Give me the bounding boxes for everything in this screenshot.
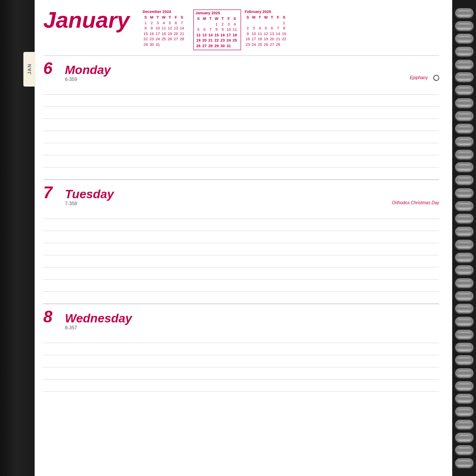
spiral-coil bbox=[455, 72, 473, 82]
month-tab[interactable]: JAN bbox=[23, 52, 35, 87]
line-row[interactable] bbox=[43, 255, 439, 267]
spiral-coil bbox=[455, 433, 473, 442]
spiral-coil bbox=[455, 47, 473, 56]
spiral-coil bbox=[455, 253, 473, 262]
line-row[interactable] bbox=[43, 267, 439, 280]
day-subtext-6: 6-359 bbox=[65, 77, 111, 82]
line-row[interactable] bbox=[43, 95, 439, 107]
day-lines-7[interactable] bbox=[43, 207, 439, 304]
spiral-coil bbox=[455, 458, 473, 468]
spiral-coil bbox=[455, 420, 473, 429]
mini-cal-dec-title: December 2024 bbox=[142, 10, 190, 14]
line-row[interactable] bbox=[43, 131, 439, 143]
spiral-coil bbox=[455, 265, 473, 275]
spiral-coil bbox=[455, 60, 473, 69]
spiral-coil bbox=[455, 201, 473, 211]
line-row[interactable] bbox=[43, 107, 439, 119]
line-row[interactable] bbox=[43, 207, 439, 219]
spiral-coil bbox=[455, 291, 473, 301]
spiral-binding bbox=[452, 0, 476, 476]
spiral-coil bbox=[455, 111, 473, 121]
spiral-coil bbox=[455, 381, 473, 391]
day-section-6: 6 Monday 6-359 Epiphany bbox=[43, 56, 439, 180]
day-name-block-7: Tuesday 7-358 bbox=[65, 188, 114, 206]
spiral-coil bbox=[455, 278, 473, 288]
page-area: January December 2024 SMTWTFS 1234567 89… bbox=[35, 0, 452, 476]
line-row[interactable] bbox=[43, 219, 439, 231]
day-name-block-6: Monday 6-359 bbox=[65, 64, 111, 82]
day-header-6: 6 Monday 6-359 Epiphany bbox=[43, 56, 439, 83]
spiral-coil bbox=[455, 214, 473, 223]
spiral-coil bbox=[455, 330, 473, 339]
mini-cal-jan-grid: SMTWTFS 1234 567891011 12131415161718 19… bbox=[195, 16, 239, 49]
line-row[interactable] bbox=[43, 143, 439, 155]
line-row[interactable] bbox=[43, 167, 439, 180]
spiral-coil bbox=[455, 343, 473, 352]
spiral-coil bbox=[455, 240, 473, 249]
line-row[interactable] bbox=[43, 292, 439, 304]
spiral-coil bbox=[455, 85, 473, 95]
day-number-8: 8 bbox=[43, 309, 59, 325]
mini-cal-feb-title: February 2025 bbox=[244, 10, 292, 14]
day-number-6: 6 bbox=[43, 60, 59, 77]
spiral-coil bbox=[455, 355, 473, 365]
spiral-coil bbox=[455, 368, 473, 378]
spiral-coil bbox=[455, 137, 473, 146]
mini-cal-feb2025: February 2025 SMTWTFS 1 2345678 91011121… bbox=[244, 10, 292, 50]
left-cover: JAN bbox=[0, 0, 35, 476]
spiral-coil bbox=[455, 175, 473, 185]
spiral-coil bbox=[455, 304, 473, 313]
line-row[interactable] bbox=[43, 355, 439, 367]
day-number-7: 7 bbox=[43, 184, 59, 201]
spiral-coil bbox=[455, 34, 473, 43]
spiral-coil bbox=[455, 317, 473, 326]
day-name-block-8: Wednesday 8-357 bbox=[65, 312, 132, 330]
page-header: January December 2024 SMTWTFS 1234567 89… bbox=[43, 9, 439, 50]
spiral-coil bbox=[455, 445, 473, 455]
line-row[interactable] bbox=[43, 331, 439, 343]
spiral-coil bbox=[455, 21, 473, 31]
line-row[interactable] bbox=[43, 83, 439, 95]
day-subtext-7: 7-358 bbox=[65, 201, 114, 206]
spiral-coil bbox=[455, 394, 473, 403]
line-row[interactable] bbox=[43, 155, 439, 167]
spiral-coil bbox=[455, 227, 473, 236]
line-row[interactable] bbox=[43, 119, 439, 131]
line-row[interactable] bbox=[43, 380, 439, 392]
spiral-coil bbox=[455, 150, 473, 159]
mini-calendars: December 2024 SMTWTFS 1234567 8910111213… bbox=[142, 10, 292, 50]
day-holiday-6: Epiphany bbox=[410, 75, 439, 81]
day-section-8: 8 Wednesday 8-357 bbox=[43, 304, 439, 392]
day-name-7: Tuesday bbox=[65, 188, 114, 200]
day-lines-6[interactable] bbox=[43, 83, 439, 180]
spiral-coil bbox=[455, 407, 473, 416]
spiral-coil bbox=[455, 98, 473, 108]
mini-cal-dec2024: December 2024 SMTWTFS 1234567 8910111213… bbox=[142, 10, 190, 50]
spiral-coil bbox=[455, 162, 473, 172]
day-holiday-7: Orthodox Christmas Day bbox=[392, 200, 439, 205]
day-section-7: 7 Tuesday 7-358 Orthodox Christmas Day bbox=[43, 180, 439, 304]
line-row[interactable] bbox=[43, 280, 439, 292]
mini-cal-jan-title: January 2025 bbox=[195, 11, 239, 15]
mini-cal-dec-grid: SMTWTFS 1234567 891011121314 15161718192… bbox=[142, 15, 190, 48]
day-lines-8[interactable] bbox=[43, 331, 439, 392]
moon-icon-6 bbox=[433, 75, 439, 81]
planner-container: JAN January December 2024 SMTWTFS 123456… bbox=[0, 0, 476, 476]
day-name-6: Monday bbox=[65, 64, 111, 76]
spiral-coil bbox=[455, 124, 473, 133]
day-subtext-8: 8-357 bbox=[65, 325, 132, 330]
mini-cal-jan2025: January 2025 SMTWTFS 1234 567891011 1213… bbox=[193, 10, 241, 50]
tab-label: JAN bbox=[27, 64, 32, 74]
spiral-coil bbox=[455, 188, 473, 198]
mini-cal-feb-grid: SMTWTFS 1 2345678 9101112131415 16171819… bbox=[244, 15, 292, 48]
line-row[interactable] bbox=[43, 243, 439, 255]
day-name-8: Wednesday bbox=[65, 312, 132, 325]
line-row[interactable] bbox=[43, 367, 439, 380]
line-row[interactable] bbox=[43, 231, 439, 243]
spiral-coil bbox=[455, 8, 473, 18]
month-title: January bbox=[43, 9, 129, 31]
day-header-8: 8 Wednesday 8-357 bbox=[43, 304, 439, 331]
line-row[interactable] bbox=[43, 343, 439, 355]
day-header-7: 7 Tuesday 7-358 Orthodox Christmas Day bbox=[43, 180, 439, 207]
